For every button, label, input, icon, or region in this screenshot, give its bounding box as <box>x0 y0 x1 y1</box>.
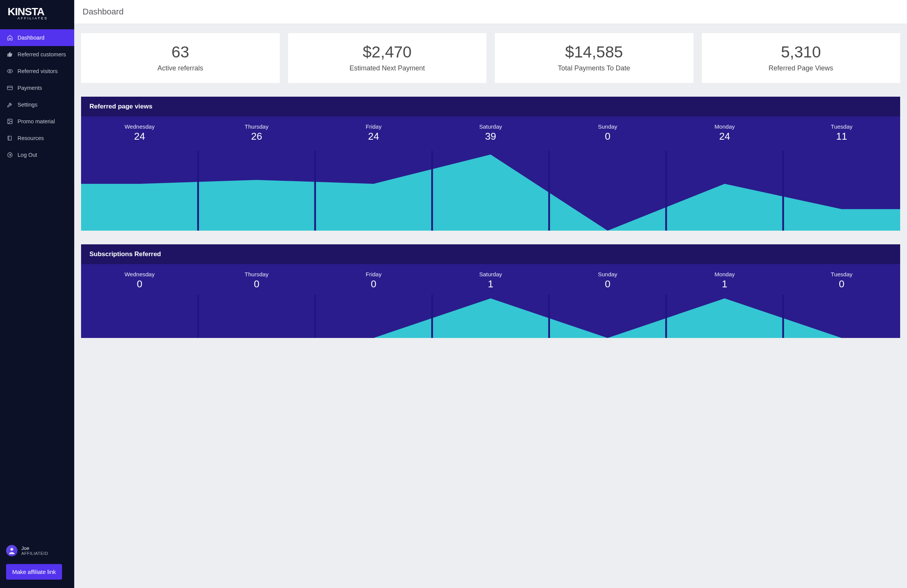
day-value: 1 <box>432 278 549 290</box>
book-icon <box>7 135 13 141</box>
logo: KINSTA AFFILIATES <box>0 0 74 27</box>
chart-referred-page-views: Referred page views Wednesday24 Thursday… <box>81 97 900 231</box>
day-value: 0 <box>315 278 432 290</box>
chart-body: Wednesday0 Thursday0 Friday0 Saturday1 S… <box>81 264 900 338</box>
sidebar-item-label: Referred customers <box>18 51 66 58</box>
svg-point-0 <box>9 70 11 72</box>
stat-value: 5,310 <box>710 43 893 61</box>
day-label: Sunday <box>549 271 666 277</box>
brand-subtitle: AFFILIATES <box>18 16 67 20</box>
chart-labels: Wednesday24 Thursday26 Friday24 Saturday… <box>81 123 900 143</box>
day-value: 24 <box>666 131 783 143</box>
day-label: Saturday <box>432 271 549 277</box>
day-value: 0 <box>783 278 900 290</box>
day-label: Thursday <box>198 271 315 277</box>
chart-title: Subscriptions Referred <box>81 244 900 264</box>
sidebar-footer: Joe AFFILIATEID Make affiliate link <box>0 539 74 588</box>
day-label: Wednesday <box>81 123 198 130</box>
day-value: 0 <box>81 278 198 290</box>
chart-labels: Wednesday0 Thursday0 Friday0 Saturday1 S… <box>81 271 900 290</box>
stat-label: Referred Page Views <box>710 64 893 72</box>
home-icon <box>7 35 13 41</box>
eye-icon <box>7 68 13 74</box>
stat-value: $2,470 <box>296 43 479 61</box>
topbar: Dashboard <box>74 0 907 24</box>
sidebar-item-referred-visitors[interactable]: Referred visitors <box>0 63 74 80</box>
page-title: Dashboard <box>83 7 899 17</box>
sidebar-item-dashboard[interactable]: Dashboard <box>0 29 74 46</box>
logout-icon <box>7 152 13 158</box>
sidebar-item-resources[interactable]: Resources <box>0 130 74 147</box>
day-value: 24 <box>81 131 198 143</box>
day-value: 0 <box>549 278 666 290</box>
day-value: 11 <box>783 131 900 143</box>
sidebar-item-logout[interactable]: Log Out <box>0 147 74 163</box>
sidebar-item-label: Settings <box>18 102 37 108</box>
main: Dashboard 63 Active referrals $2,470 Est… <box>74 0 907 588</box>
day-label: Saturday <box>432 123 549 130</box>
day-value: 39 <box>432 131 549 143</box>
day-label: Tuesday <box>783 271 900 277</box>
stat-page-views: 5,310 Referred Page Views <box>702 33 901 83</box>
day-label: Friday <box>315 271 432 277</box>
day-value: 0 <box>198 278 315 290</box>
day-label: Wednesday <box>81 271 198 277</box>
sidebar-item-label: Payments <box>18 85 42 91</box>
chart-title: Referred page views <box>81 97 900 117</box>
chart-subscriptions-referred: Subscriptions Referred Wednesday0 Thursd… <box>81 244 900 338</box>
sidebar-item-label: Referred visitors <box>18 68 58 74</box>
content: 63 Active referrals $2,470 Estimated Nex… <box>74 24 907 347</box>
day-label: Sunday <box>549 123 666 130</box>
sidebar-item-promo-material[interactable]: Promo material <box>0 113 74 130</box>
image-icon <box>7 119 13 125</box>
day-value: 1 <box>666 278 783 290</box>
svg-rect-1 <box>7 87 12 90</box>
day-value: 0 <box>549 131 666 143</box>
affiliate-id: AFFILIATEID <box>21 551 48 556</box>
stat-label: Total Payments To Date <box>502 64 686 72</box>
sidebar-item-referred-customers[interactable]: Referred customers <box>0 46 74 63</box>
sidebar-item-settings[interactable]: Settings <box>0 96 74 113</box>
sidebar-item-label: Promo material <box>18 119 55 125</box>
stat-next-payment: $2,470 Estimated Next Payment <box>288 33 487 83</box>
day-label: Monday <box>666 271 783 277</box>
day-label: Tuesday <box>783 123 900 130</box>
day-label: Friday <box>315 123 432 130</box>
wrench-icon <box>7 102 13 108</box>
brand-name: KINSTA <box>8 7 67 16</box>
sidebar-item-label: Dashboard <box>18 35 45 41</box>
user-info[interactable]: Joe AFFILIATEID <box>6 545 68 556</box>
credit-card-icon <box>7 85 13 91</box>
sidebar-item-payments[interactable]: Payments <box>0 80 74 96</box>
svg-point-7 <box>10 548 13 551</box>
svg-point-4 <box>9 120 10 121</box>
sidebar-item-label: Resources <box>18 135 44 141</box>
user-name: Joe <box>21 545 48 551</box>
nav: Dashboard Referred customers Referred vi… <box>0 29 74 163</box>
stat-label: Active referrals <box>89 64 272 72</box>
stat-value: 63 <box>89 43 272 61</box>
stat-total-payments: $14,585 Total Payments To Date <box>495 33 694 83</box>
sidebar-item-label: Log Out <box>18 152 37 158</box>
stat-active-referrals: 63 Active referrals <box>81 33 280 83</box>
day-label: Monday <box>666 123 783 130</box>
day-value: 26 <box>198 131 315 143</box>
user-meta: Joe AFFILIATEID <box>21 545 48 556</box>
day-label: Thursday <box>198 123 315 130</box>
sidebar: KINSTA AFFILIATES Dashboard Referred cus… <box>0 0 74 588</box>
stat-value: $14,585 <box>502 43 686 61</box>
make-affiliate-link-button[interactable]: Make affiliate link <box>6 564 62 580</box>
stats-row: 63 Active referrals $2,470 Estimated Nex… <box>81 33 900 83</box>
avatar <box>6 545 18 556</box>
stat-label: Estimated Next Payment <box>296 64 479 72</box>
chart-body: Wednesday24 Thursday26 Friday24 Saturday… <box>81 117 900 231</box>
day-value: 24 <box>315 131 432 143</box>
thumbs-up-icon <box>7 51 13 58</box>
